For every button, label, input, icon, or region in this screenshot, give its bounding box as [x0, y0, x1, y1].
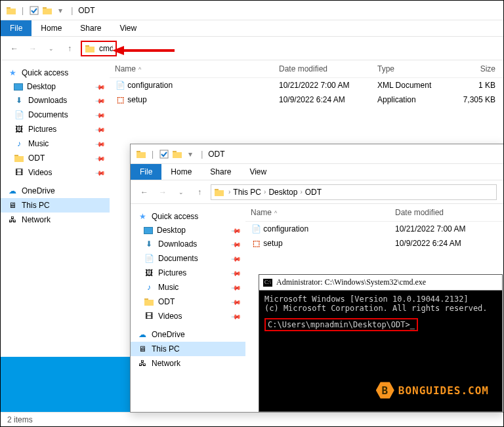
- file-date: 10/9/2022 6:24 AM: [274, 95, 372, 104]
- quick-access-header[interactable]: ★Quick access: [131, 209, 245, 224]
- pin-icon: 📌: [95, 153, 106, 163]
- cmd-prompt-highlight: C:\Users\mpnadmin\Desktop\ODT>_: [264, 318, 418, 331]
- office-setup-icon: ⬚: [115, 94, 125, 105]
- address-bar[interactable]: [81, 41, 117, 56]
- sidebar-item-music[interactable]: ♪Music📌: [131, 280, 245, 295]
- file-row[interactable]: 📄 configuration 10/21/2022 7:00 AM: [245, 222, 503, 236]
- forward-button[interactable]: →: [156, 185, 170, 199]
- tab-view[interactable]: View: [240, 164, 276, 180]
- cmd-body[interactable]: Microsoft Windows [Version 10.0.19044.21…: [259, 291, 502, 335]
- inset-sidebar: ★Quick access Desktop📌 ⬇Downloads📌 📄Docu…: [131, 204, 245, 412]
- recent-dropdown[interactable]: ⌄: [44, 41, 58, 56]
- sidebar-item-documents[interactable]: 📄Documents📌: [131, 251, 245, 266]
- sidebar-network[interactable]: 🖧Network: [131, 356, 245, 371]
- file-name: configuration: [127, 81, 173, 90]
- chevron-right-icon[interactable]: ›: [228, 188, 230, 195]
- sidebar-item-label: Downloads: [28, 96, 67, 105]
- svg-marker-10: [112, 46, 124, 55]
- quick-access-label: Quick access: [152, 212, 198, 221]
- tab-home[interactable]: Home: [161, 164, 201, 180]
- arrow-annotation: [112, 44, 178, 57]
- sidebar-item-desktop[interactable]: Desktop📌: [1, 80, 110, 93]
- sidebar-item-downloads[interactable]: ⬇Downloads📌: [131, 237, 245, 251]
- sidebar-item-pictures[interactable]: 🖼Pictures📌: [1, 122, 110, 136]
- folder-icon-small: [42, 5, 52, 16]
- file-row[interactable]: ⬚ setup 10/9/2022 6:24 AM Application 7,…: [110, 92, 503, 107]
- tab-share[interactable]: Share: [201, 164, 240, 180]
- sidebar-item-label: Desktop: [27, 82, 56, 91]
- quick-access-header[interactable]: ★ Quick access: [1, 66, 110, 80]
- col-size[interactable]: Size: [451, 64, 503, 73]
- svg-rect-1: [7, 9, 16, 14]
- cmd-line: Microsoft Windows [Version 10.0.19044.21…: [264, 295, 497, 304]
- sidebar-item-label: ODT: [158, 297, 175, 306]
- sidebar-item-videos[interactable]: 🎞Videos📌: [1, 165, 110, 180]
- col-date[interactable]: Date modified: [390, 208, 495, 217]
- svg-rect-4: [43, 9, 52, 14]
- sidebar-network[interactable]: 🖧Network: [1, 213, 110, 227]
- logo-hexagon-icon: B: [376, 381, 394, 399]
- breadcrumb-seg[interactable]: This PC: [232, 188, 262, 197]
- up-button[interactable]: ↑: [62, 41, 77, 56]
- sidebar-this-pc[interactable]: 🖥This PC: [1, 198, 110, 213]
- sidebar-onedrive[interactable]: ☁OneDrive: [131, 327, 245, 342]
- sidebar-this-pc[interactable]: 🖥This PC: [131, 342, 245, 356]
- pin-icon: 📌: [95, 110, 106, 120]
- desktop-icon: [144, 227, 153, 234]
- address-input[interactable]: [99, 42, 113, 55]
- tab-home[interactable]: Home: [32, 20, 71, 36]
- col-name[interactable]: Name^: [110, 64, 274, 73]
- tab-share[interactable]: Share: [71, 20, 110, 36]
- svg-rect-19: [144, 300, 154, 306]
- qat-dropdown-icon[interactable]: ▾: [185, 149, 196, 159]
- folder-icon: [136, 149, 146, 159]
- sidebar-item-music[interactable]: ♪Music📌: [1, 136, 110, 151]
- file-size: 7,305 KB: [451, 95, 503, 104]
- breadcrumb-seg[interactable]: ODT: [304, 188, 323, 197]
- col-date[interactable]: Date modified: [274, 64, 372, 73]
- sidebar-item-label: Downloads: [158, 239, 197, 249]
- pc-icon: 🖥: [137, 344, 148, 354]
- inset-nav-row: ← → ⌄ ↑ › This PC › Desktop › ODT: [131, 180, 503, 204]
- col-name[interactable]: Name^: [245, 208, 390, 217]
- file-row[interactable]: 📄 configuration 10/21/2022 7:00 AM XML D…: [110, 78, 503, 92]
- recent-dropdown[interactable]: ⌄: [174, 185, 188, 199]
- xml-file-icon: 📄: [115, 80, 125, 91]
- sidebar-onedrive[interactable]: ☁OneDrive: [1, 184, 110, 198]
- qat-dropdown-icon[interactable]: ▾: [55, 5, 66, 16]
- sidebar-item-label: This PC: [22, 201, 50, 210]
- sidebar-item-downloads[interactable]: ⬇Downloads📌: [1, 93, 110, 108]
- tab-view[interactable]: View: [110, 20, 146, 36]
- up-button[interactable]: ↑: [192, 185, 207, 199]
- chevron-right-icon[interactable]: ›: [264, 188, 266, 195]
- checkbox-icon[interactable]: [159, 149, 169, 159]
- back-button[interactable]: ←: [137, 185, 152, 199]
- col-type[interactable]: Type: [372, 64, 451, 73]
- tab-file[interactable]: File: [1, 20, 32, 36]
- sidebar-item-odt[interactable]: ODT📌: [131, 295, 245, 309]
- sidebar-item-odt[interactable]: ODT📌: [1, 151, 110, 165]
- sidebar-item-documents[interactable]: 📄Documents📌: [1, 108, 110, 122]
- nav-row: ← → ⌄ ↑: [1, 37, 503, 60]
- sidebar-item-label: Pictures: [28, 125, 56, 134]
- network-icon: 🖧: [7, 214, 18, 225]
- file-name: setup: [263, 239, 282, 248]
- back-button[interactable]: ←: [7, 41, 22, 56]
- checkbox-icon[interactable]: [29, 5, 39, 16]
- breadcrumb-seg[interactable]: Desktop: [267, 188, 299, 197]
- documents-icon: 📄: [14, 110, 24, 120]
- chevron-right-icon[interactable]: ›: [300, 188, 302, 195]
- cmd-titlebar[interactable]: C:\ Administrator: C:\Windows\System32\c…: [259, 275, 502, 291]
- tab-file[interactable]: File: [131, 164, 161, 180]
- sidebar-item-desktop[interactable]: Desktop📌: [131, 224, 245, 237]
- file-row[interactable]: ⬚ setup 10/9/2022 6:24 AM: [245, 236, 503, 251]
- sidebar-item-videos[interactable]: 🎞Videos📌: [131, 309, 245, 323]
- file-name: setup: [127, 95, 146, 104]
- folder-icon: [144, 296, 154, 307]
- forward-button[interactable]: →: [26, 41, 40, 56]
- sidebar-item-label: ODT: [28, 153, 45, 163]
- inset-address-bar[interactable]: › This PC › Desktop › ODT: [211, 184, 497, 200]
- sidebar-item-pictures[interactable]: 🖼Pictures📌: [131, 266, 245, 280]
- network-icon: 🖧: [137, 358, 148, 369]
- cmd-prompt: C:\Users\mpnadmin\Desktop\ODT>: [268, 320, 410, 329]
